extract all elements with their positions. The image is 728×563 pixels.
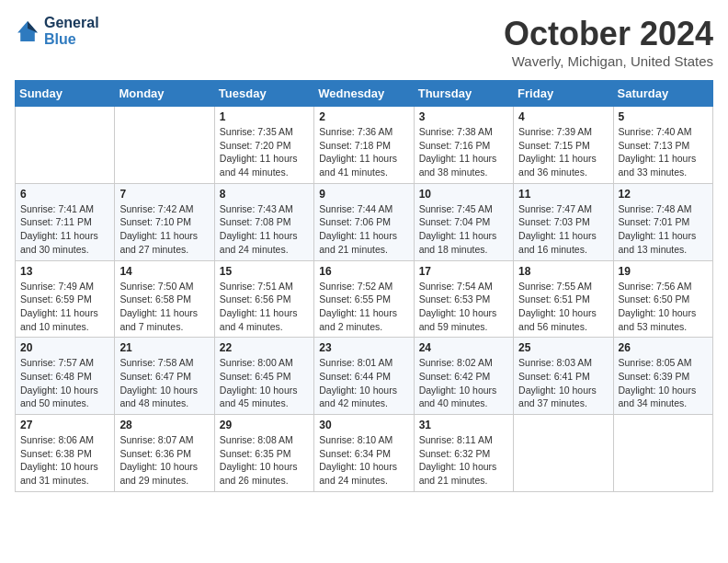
calendar-day-cell: 31 Sunrise: 8:11 AM Sunset: 6:32 PM Dayl… xyxy=(414,415,513,492)
calendar-day-cell: 23 Sunrise: 8:01 AM Sunset: 6:44 PM Dayl… xyxy=(314,338,414,415)
logo-text: General Blue xyxy=(44,15,99,48)
calendar-week-row: 13 Sunrise: 7:49 AM Sunset: 6:59 PM Dayl… xyxy=(16,260,713,338)
day-number: 10 xyxy=(419,188,508,201)
sunset: Sunset: 7:18 PM xyxy=(319,140,391,151)
sunrise: Sunrise: 7:50 AM xyxy=(119,281,193,292)
calendar-table: SundayMondayTuesdayWednesdayThursdayFrid… xyxy=(15,80,713,492)
weekday-header: Wednesday xyxy=(314,81,414,107)
title-block: October 2024 Waverly, Michigan, United S… xyxy=(504,15,713,69)
sunrise: Sunrise: 7:35 AM xyxy=(220,126,293,137)
page-header: General Blue October 2024 Waverly, Michi… xyxy=(15,15,713,69)
sunset: Sunset: 7:16 PM xyxy=(419,140,491,151)
calendar-day-cell: 16 Sunrise: 7:52 AM Sunset: 6:55 PM Dayl… xyxy=(314,260,414,338)
day-number: 8 xyxy=(220,188,309,201)
sunrise: Sunrise: 7:49 AM xyxy=(20,281,94,292)
day-info: Sunrise: 7:35 AM Sunset: 7:20 PM Dayligh… xyxy=(220,125,309,179)
calendar-day-cell: 20 Sunrise: 7:57 AM Sunset: 6:48 PM Dayl… xyxy=(16,338,115,415)
day-number: 9 xyxy=(319,188,408,201)
day-number: 12 xyxy=(619,188,708,201)
day-info: Sunrise: 7:49 AM Sunset: 6:59 PM Dayligh… xyxy=(20,280,109,334)
day-info: Sunrise: 7:52 AM Sunset: 6:55 PM Dayligh… xyxy=(319,280,408,334)
daylight: Daylight: 10 hours and 40 minutes. xyxy=(419,385,497,409)
day-info: Sunrise: 7:54 AM Sunset: 6:53 PM Dayligh… xyxy=(419,280,508,334)
day-info: Sunrise: 7:56 AM Sunset: 6:50 PM Dayligh… xyxy=(619,280,708,334)
sunrise: Sunrise: 7:52 AM xyxy=(319,281,392,292)
sunrise: Sunrise: 7:56 AM xyxy=(619,281,692,292)
sunset: Sunset: 6:53 PM xyxy=(419,293,491,304)
logo: General Blue xyxy=(15,15,99,48)
sunrise: Sunrise: 8:01 AM xyxy=(319,357,392,368)
day-info: Sunrise: 7:58 AM Sunset: 6:47 PM Dayligh… xyxy=(119,356,209,410)
day-info: Sunrise: 7:38 AM Sunset: 7:16 PM Dayligh… xyxy=(419,125,508,179)
sunrise: Sunrise: 8:08 AM xyxy=(220,434,293,445)
day-info: Sunrise: 7:43 AM Sunset: 7:08 PM Dayligh… xyxy=(220,202,309,257)
day-info: Sunrise: 7:44 AM Sunset: 7:06 PM Dayligh… xyxy=(319,202,408,257)
month-title: October 2024 xyxy=(504,15,713,53)
day-info: Sunrise: 7:36 AM Sunset: 7:18 PM Dayligh… xyxy=(319,125,408,179)
calendar-day-cell: 27 Sunrise: 8:06 AM Sunset: 6:38 PM Dayl… xyxy=(16,415,115,492)
sunrise: Sunrise: 7:55 AM xyxy=(518,281,592,292)
sunrise: Sunrise: 8:07 AM xyxy=(119,434,193,445)
day-info: Sunrise: 7:42 AM Sunset: 7:10 PM Dayligh… xyxy=(119,202,209,257)
sunset: Sunset: 7:20 PM xyxy=(220,140,291,151)
sunset: Sunset: 6:56 PM xyxy=(220,293,291,304)
daylight: Daylight: 11 hours and 18 minutes. xyxy=(419,230,497,255)
day-number: 6 xyxy=(20,188,109,201)
sunset: Sunset: 6:55 PM xyxy=(319,293,391,304)
sunset: Sunset: 7:10 PM xyxy=(119,216,191,227)
location: Waverly, Michigan, United States xyxy=(504,53,713,69)
daylight: Daylight: 10 hours and 59 minutes. xyxy=(419,307,497,332)
logo-icon xyxy=(15,18,40,44)
day-info: Sunrise: 8:08 AM Sunset: 6:35 PM Dayligh… xyxy=(220,433,309,488)
day-info: Sunrise: 7:47 AM Sunset: 7:03 PM Dayligh… xyxy=(518,202,608,257)
daylight: Daylight: 11 hours and 7 minutes. xyxy=(119,307,198,332)
weekday-header: Tuesday xyxy=(214,81,313,107)
sunset: Sunset: 7:15 PM xyxy=(518,140,590,151)
day-info: Sunrise: 7:57 AM Sunset: 6:48 PM Dayligh… xyxy=(20,356,109,410)
calendar-header-row: SundayMondayTuesdayWednesdayThursdayFrid… xyxy=(16,81,713,107)
daylight: Daylight: 11 hours and 44 minutes. xyxy=(220,153,298,178)
calendar-day-cell: 2 Sunrise: 7:36 AM Sunset: 7:18 PM Dayli… xyxy=(314,107,414,184)
calendar-day-cell: 30 Sunrise: 8:10 AM Sunset: 6:34 PM Dayl… xyxy=(314,415,414,492)
calendar-day-cell: 3 Sunrise: 7:38 AM Sunset: 7:16 PM Dayli… xyxy=(414,107,513,184)
sunrise: Sunrise: 8:10 AM xyxy=(319,434,392,445)
sunrise: Sunrise: 8:06 AM xyxy=(20,434,94,445)
sunset: Sunset: 7:08 PM xyxy=(220,216,291,227)
daylight: Daylight: 11 hours and 2 minutes. xyxy=(319,307,397,332)
calendar-day-cell: 5 Sunrise: 7:40 AM Sunset: 7:13 PM Dayli… xyxy=(613,107,712,184)
sunrise: Sunrise: 7:47 AM xyxy=(518,203,592,214)
calendar-day-cell xyxy=(16,107,115,184)
daylight: Daylight: 11 hours and 41 minutes. xyxy=(319,153,397,178)
day-number: 19 xyxy=(619,265,708,278)
sunrise: Sunrise: 7:36 AM xyxy=(319,126,392,137)
sunrise: Sunrise: 7:43 AM xyxy=(220,203,293,214)
sunset: Sunset: 7:04 PM xyxy=(419,216,491,227)
sunrise: Sunrise: 7:57 AM xyxy=(20,357,94,368)
day-number: 26 xyxy=(619,341,708,354)
sunset: Sunset: 6:45 PM xyxy=(220,371,291,382)
day-number: 28 xyxy=(119,419,209,431)
day-info: Sunrise: 8:10 AM Sunset: 6:34 PM Dayligh… xyxy=(319,433,408,488)
daylight: Daylight: 10 hours and 34 minutes. xyxy=(619,385,697,409)
calendar-day-cell xyxy=(613,415,712,492)
sunset: Sunset: 6:42 PM xyxy=(419,371,491,382)
weekday-header: Thursday xyxy=(414,81,513,107)
sunset: Sunset: 7:03 PM xyxy=(518,216,590,227)
daylight: Daylight: 11 hours and 38 minutes. xyxy=(419,153,497,178)
sunrise: Sunrise: 8:00 AM xyxy=(220,357,293,368)
daylight: Daylight: 11 hours and 13 minutes. xyxy=(619,230,697,255)
day-info: Sunrise: 7:51 AM Sunset: 6:56 PM Dayligh… xyxy=(220,280,309,334)
calendar-day-cell: 12 Sunrise: 7:48 AM Sunset: 7:01 PM Dayl… xyxy=(613,183,712,260)
sunset: Sunset: 6:47 PM xyxy=(119,371,191,382)
sunset: Sunset: 7:01 PM xyxy=(619,216,690,227)
daylight: Daylight: 11 hours and 4 minutes. xyxy=(220,307,298,332)
sunrise: Sunrise: 8:11 AM xyxy=(419,434,493,445)
day-info: Sunrise: 8:11 AM Sunset: 6:32 PM Dayligh… xyxy=(419,433,508,488)
sunset: Sunset: 6:39 PM xyxy=(619,371,690,382)
sunrise: Sunrise: 7:58 AM xyxy=(119,357,193,368)
day-number: 24 xyxy=(419,341,508,354)
day-number: 16 xyxy=(319,265,408,278)
calendar-day-cell: 10 Sunrise: 7:45 AM Sunset: 7:04 PM Dayl… xyxy=(414,183,513,260)
sunset: Sunset: 6:44 PM xyxy=(319,371,391,382)
day-number: 20 xyxy=(20,341,109,354)
